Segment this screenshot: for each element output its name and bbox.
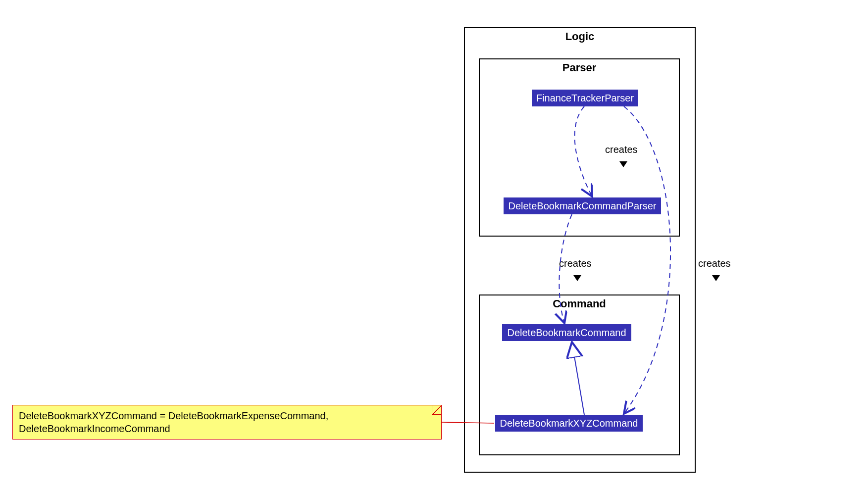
parser-frame-title: Parser — [480, 61, 679, 74]
triangle-down-icon-1 — [619, 161, 627, 167]
class-delete-bookmark-xyz-command: DeleteBookmarkXYZCommand — [495, 415, 643, 432]
class-delete-bookmark-command-parser: DeleteBookmarkCommandParser — [504, 197, 661, 214]
note-line-1: DeleteBookmarkXYZCommand = DeleteBookmar… — [19, 409, 435, 422]
note-line-2: DeleteBookmarkIncomeCommand — [19, 422, 435, 435]
label-creates-2: creates — [559, 258, 592, 269]
class-delete-bookmark-command: DeleteBookmarkCommand — [502, 324, 631, 341]
logic-frame-title: Logic — [465, 30, 695, 43]
note-fold-icon — [432, 405, 441, 415]
label-creates-1: creates — [605, 144, 638, 155]
class-finance-tracker-parser: FinanceTrackerParser — [532, 90, 638, 106]
note-delete-bookmark-xyz: DeleteBookmarkXYZCommand = DeleteBookmar… — [12, 405, 442, 440]
command-frame-title: Command — [480, 297, 679, 310]
triangle-down-icon-3 — [712, 275, 720, 281]
label-creates-3: creates — [698, 258, 731, 269]
triangle-down-icon-2 — [573, 275, 581, 281]
